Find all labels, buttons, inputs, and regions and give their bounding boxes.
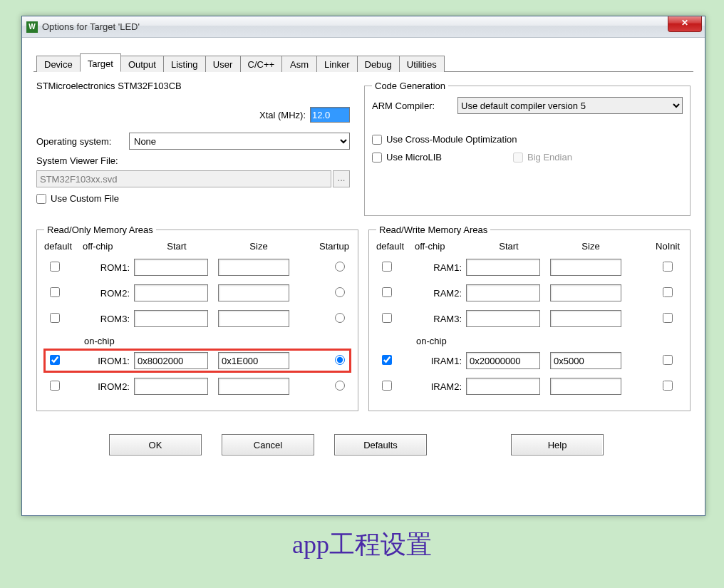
tab-utilities[interactable]: Utilities xyxy=(399,56,445,72)
tab-linker[interactable]: Linker xyxy=(316,56,357,72)
tab-ccpp[interactable]: C/C++ xyxy=(240,56,283,72)
iram1-size-input[interactable] xyxy=(550,352,621,369)
cancel-button[interactable]: Cancel xyxy=(222,434,314,455)
iram2-label: IRAM2: xyxy=(415,381,466,392)
rom2-label: ROM2: xyxy=(83,288,134,299)
target-tab-content: STMicroelectronics STM32F103CB Xtal (MHz… xyxy=(26,72,700,463)
ram2-size-input[interactable] xyxy=(550,284,621,301)
ram2-noinit-checkbox[interactable] xyxy=(663,287,673,297)
ram3-noinit-checkbox[interactable] xyxy=(663,313,673,323)
readonly-legend: Read/Only Memory Areas xyxy=(44,225,156,235)
ram2-default-checkbox[interactable] xyxy=(382,287,392,297)
irom1-size-input[interactable] xyxy=(218,352,289,369)
svf-label: System Viewer File: xyxy=(36,155,350,166)
tab-target[interactable]: Target xyxy=(80,53,121,72)
ram1-row: RAM1: xyxy=(376,259,683,276)
defaults-button[interactable]: Defaults xyxy=(334,434,427,455)
tab-output[interactable]: Output xyxy=(120,56,164,72)
svf-input xyxy=(36,170,331,187)
ram3-row: RAM3: xyxy=(376,310,683,327)
cross-module-label: Use Cross-Module Optimization xyxy=(386,134,517,145)
rom1-label: ROM1: xyxy=(83,262,134,273)
tab-debug[interactable]: Debug xyxy=(357,56,400,72)
iram1-start-input[interactable] xyxy=(466,352,540,369)
os-select[interactable]: None xyxy=(129,133,350,150)
ram1-label: RAM1: xyxy=(415,262,466,273)
rom1-start-input[interactable] xyxy=(134,259,208,276)
tab-device[interactable]: Device xyxy=(36,56,81,72)
tab-strip: Device Target Output Listing User C/C++ … xyxy=(33,53,693,72)
titlebar[interactable]: W Options for Target 'LED' ✕ xyxy=(22,16,705,38)
rom2-size-input[interactable] xyxy=(218,284,289,301)
irom2-default-checkbox[interactable] xyxy=(50,381,60,391)
ram1-start-input[interactable] xyxy=(466,259,540,276)
xtal-label: Xtal (MHz): xyxy=(259,110,306,120)
irom1-startup-radio[interactable] xyxy=(335,355,345,365)
ram3-size-input[interactable] xyxy=(550,310,621,327)
microlib-checkbox[interactable] xyxy=(372,153,382,163)
iram2-row: IRAM2: xyxy=(376,378,683,395)
ram3-start-input[interactable] xyxy=(466,310,540,327)
ro-hdr-default: default xyxy=(44,241,83,252)
codegen-legend: Code Generation xyxy=(372,81,448,91)
irom1-row: IROM1: xyxy=(44,349,351,372)
rom2-default-checkbox[interactable] xyxy=(50,287,60,297)
iram1-default-checkbox[interactable] xyxy=(382,355,392,365)
iram1-noinit-checkbox[interactable] xyxy=(663,355,673,365)
iram2-start-input[interactable] xyxy=(466,378,540,395)
ram2-row: RAM2: xyxy=(376,284,683,301)
irom2-start-input[interactable] xyxy=(134,378,208,395)
rom3-size-input[interactable] xyxy=(218,310,289,327)
app-icon: W xyxy=(26,21,38,33)
irom1-label: IROM1: xyxy=(83,356,134,366)
ram2-start-input[interactable] xyxy=(466,284,540,301)
options-dialog: W Options for Target 'LED' ✕ Device Targ… xyxy=(21,16,705,516)
rom1-startup-radio[interactable] xyxy=(335,262,345,272)
irom2-startup-radio[interactable] xyxy=(335,381,345,391)
iram1-row: IRAM1: xyxy=(376,349,683,372)
readwrite-legend: Read/Write Memory Areas xyxy=(376,225,490,235)
ro-hdr-startup: Startup xyxy=(298,241,351,252)
help-button[interactable]: Help xyxy=(511,434,604,455)
ok-button[interactable]: OK xyxy=(109,434,202,455)
iram2-size-input[interactable] xyxy=(550,378,621,395)
rw-hdr-start: Start xyxy=(466,241,552,252)
ro-onchip-label: on-chip xyxy=(44,336,351,346)
irom1-start-input[interactable] xyxy=(134,352,208,369)
iram2-noinit-checkbox[interactable] xyxy=(663,381,673,391)
tab-asm[interactable]: Asm xyxy=(281,56,317,72)
big-endian-label: Big Endian xyxy=(527,152,572,163)
os-label: Operating system: xyxy=(36,136,129,147)
custom-file-checkbox[interactable] xyxy=(36,194,46,204)
rom3-start-input[interactable] xyxy=(134,310,208,327)
rom2-row: ROM2: xyxy=(44,284,351,301)
device-name-label: STMicroelectronics STM32F103CB xyxy=(36,81,350,91)
rom3-label: ROM3: xyxy=(83,314,134,324)
rom2-start-input[interactable] xyxy=(134,284,208,301)
rom1-default-checkbox[interactable] xyxy=(50,262,60,272)
ram1-default-checkbox[interactable] xyxy=(382,262,392,272)
irom1-default-checkbox[interactable] xyxy=(50,355,60,365)
svf-browse-button[interactable]: ... xyxy=(333,170,350,187)
ram1-noinit-checkbox[interactable] xyxy=(663,262,673,272)
readwrite-memory-fieldset: Read/Write Memory Areas default off-chip… xyxy=(368,225,691,411)
ram1-size-input[interactable] xyxy=(550,259,621,276)
big-endian-checkbox xyxy=(513,153,523,163)
tab-user[interactable]: User xyxy=(205,56,241,72)
irom2-size-input[interactable] xyxy=(218,378,289,395)
rom3-default-checkbox[interactable] xyxy=(50,313,60,323)
rom3-startup-radio[interactable] xyxy=(335,313,345,323)
rom2-startup-radio[interactable] xyxy=(335,287,345,297)
xtal-input[interactable] xyxy=(310,107,350,123)
ram3-default-checkbox[interactable] xyxy=(382,313,392,323)
cross-module-checkbox[interactable] xyxy=(372,135,382,145)
rw-hdr-default: default xyxy=(376,241,415,252)
close-button[interactable]: ✕ xyxy=(668,16,702,32)
compiler-select[interactable]: Use default compiler version 5 xyxy=(457,97,683,114)
tab-listing[interactable]: Listing xyxy=(163,56,206,72)
image-caption: app工程设置 xyxy=(0,527,724,562)
iram2-default-checkbox[interactable] xyxy=(382,381,392,391)
iram1-label: IRAM1: xyxy=(415,356,466,366)
rom1-row: ROM1: xyxy=(44,259,351,276)
rom1-size-input[interactable] xyxy=(218,259,289,276)
